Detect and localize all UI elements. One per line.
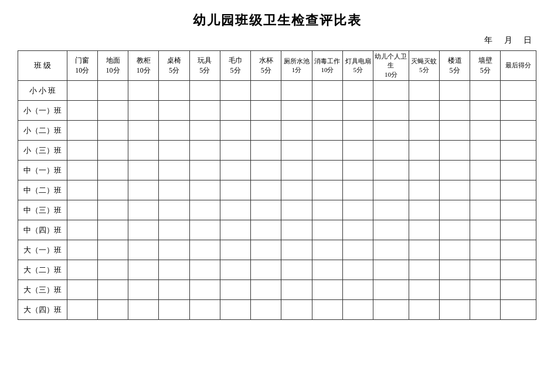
cell-5-toys [189, 180, 220, 200]
cell-0-cup [251, 81, 281, 101]
cell-3-door_window [67, 141, 97, 161]
cell-0-door_window [67, 81, 97, 101]
header-wall: 墙壁5分 [470, 51, 501, 81]
cell-5-desk_chair [159, 180, 189, 200]
table-row: 小（三）班 [18, 141, 536, 161]
cell-3-light_fan [343, 141, 373, 161]
cell-7-final_score [501, 220, 536, 240]
cell-2-final_score [501, 121, 536, 141]
cell-4-class: 中（一）班 [18, 161, 67, 180]
cell-6-towel [220, 200, 250, 220]
cell-10-toilet_pool [281, 280, 312, 300]
cell-0-towel [220, 81, 250, 101]
cell-5-class: 中（二）班 [18, 180, 67, 200]
cell-4-desk_chair [159, 161, 189, 180]
cell-11-class: 大（四）班 [18, 300, 67, 320]
cell-7-cup [251, 220, 281, 240]
cell-1-towel [220, 101, 250, 121]
header-desk_chair: 桌椅5分 [159, 51, 189, 81]
table-row: 大（四）班 [18, 300, 536, 320]
cell-4-final_score [501, 161, 536, 180]
header-cup: 水杯5分 [251, 51, 281, 81]
cell-0-light_fan [343, 81, 373, 101]
cell-6-corridor [439, 200, 470, 220]
cell-11-floor [97, 300, 128, 320]
cell-4-cup [251, 161, 281, 180]
header-class: 班 级 [18, 51, 67, 81]
cell-3-disinfect [312, 141, 342, 161]
cell-10-cup [251, 280, 281, 300]
cell-8-desk_chair [159, 240, 189, 260]
cell-10-cabinet [128, 280, 159, 300]
cell-1-light_fan [343, 101, 373, 121]
header-light_fan: 灯具电扇5分 [343, 51, 373, 81]
cell-1-disinfect [312, 101, 342, 121]
cell-9-desk_chair [159, 260, 189, 280]
cell-8-door_window [67, 240, 97, 260]
cell-2-towel [220, 121, 250, 141]
cell-10-corridor [439, 280, 470, 300]
header-pest: 灭蝇灭蚊5分 [409, 51, 439, 81]
cell-8-light_fan [343, 240, 373, 260]
header-towel: 毛巾5分 [220, 51, 250, 81]
cell-5-floor [97, 180, 128, 200]
cell-9-light_fan [343, 260, 373, 280]
cell-0-toys [189, 81, 220, 101]
cell-4-cabinet [128, 161, 159, 180]
cell-4-corridor [439, 161, 470, 180]
cell-7-desk_chair [159, 220, 189, 240]
cell-2-door_window [67, 121, 97, 141]
cell-6-toilet_pool [281, 200, 312, 220]
cell-3-wall [470, 141, 501, 161]
cell-8-wall [470, 240, 501, 260]
cell-11-cup [251, 300, 281, 320]
cell-6-floor [97, 200, 128, 220]
cell-1-corridor [439, 101, 470, 121]
main-table: 班 级门窗10分地面10分教柜10分桌椅5分玩具5分毛巾5分水杯5分厕所水池1分… [18, 50, 536, 320]
cell-1-door_window [67, 101, 97, 121]
table-row: 中（一）班 [18, 161, 536, 180]
cell-10-floor [97, 280, 128, 300]
cell-2-pest [409, 121, 439, 141]
cell-6-child_hygiene [373, 200, 409, 220]
cell-5-door_window [67, 180, 97, 200]
cell-6-cup [251, 200, 281, 220]
cell-0-class: 小 小 班 [18, 81, 67, 101]
cell-5-light_fan [343, 180, 373, 200]
cell-10-wall [470, 280, 501, 300]
cell-11-light_fan [343, 300, 373, 320]
cell-4-floor [97, 161, 128, 180]
table-row: 小（二）班 [18, 121, 536, 141]
cell-7-wall [470, 220, 501, 240]
cell-11-toilet_pool [281, 300, 312, 320]
cell-6-pest [409, 200, 439, 220]
cell-7-disinfect [312, 220, 342, 240]
cell-11-disinfect [312, 300, 342, 320]
cell-11-towel [220, 300, 250, 320]
cell-3-pest [409, 141, 439, 161]
cell-8-disinfect [312, 240, 342, 260]
cell-9-final_score [501, 260, 536, 280]
cell-9-disinfect [312, 260, 342, 280]
cell-3-toys [189, 141, 220, 161]
cell-6-class: 中（三）班 [18, 200, 67, 220]
cell-9-corridor [439, 260, 470, 280]
cell-5-corridor [439, 180, 470, 200]
cell-10-pest [409, 280, 439, 300]
cell-1-toys [189, 101, 220, 121]
cell-10-door_window [67, 280, 97, 300]
cell-1-cup [251, 101, 281, 121]
cell-5-toilet_pool [281, 180, 312, 200]
cell-6-door_window [67, 200, 97, 220]
table-row: 中（二）班 [18, 180, 536, 200]
cell-8-towel [220, 240, 250, 260]
cell-7-floor [97, 220, 128, 240]
cell-5-pest [409, 180, 439, 200]
cell-1-desk_chair [159, 101, 189, 121]
cell-8-cabinet [128, 240, 159, 260]
cell-2-cabinet [128, 121, 159, 141]
cell-7-toys [189, 220, 220, 240]
cell-4-pest [409, 161, 439, 180]
cell-11-toys [189, 300, 220, 320]
cell-2-cup [251, 121, 281, 141]
